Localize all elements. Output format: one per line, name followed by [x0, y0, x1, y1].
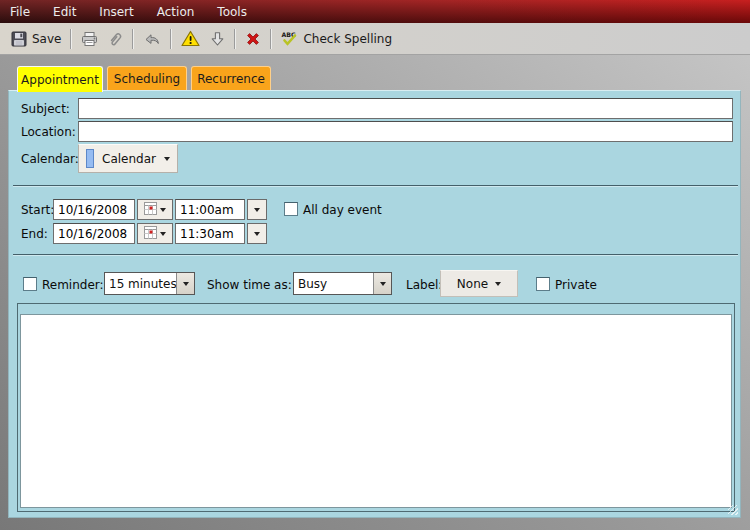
toolbar-separator	[70, 29, 72, 49]
section-separator	[13, 185, 738, 187]
toolbar: Save	[0, 23, 750, 55]
tab-recurrence-label: Recurrence	[197, 72, 265, 86]
tab-appointment[interactable]: Appointment	[17, 66, 103, 92]
subject-input[interactable]	[78, 98, 733, 119]
attach-button[interactable]	[103, 28, 128, 50]
delete-icon	[245, 31, 261, 47]
undo-button[interactable]	[138, 28, 166, 50]
chevron-down-icon	[495, 282, 501, 286]
all-day-checkbox[interactable]	[284, 202, 298, 216]
end-date-input[interactable]	[53, 223, 135, 244]
calendar-grid-icon	[144, 202, 157, 218]
chevron-down-icon	[160, 232, 166, 236]
section-separator	[13, 254, 738, 256]
start-date-picker-button[interactable]	[137, 199, 173, 220]
toolbar-separator	[132, 29, 134, 49]
show-time-as-value: Busy	[294, 277, 373, 291]
reminder-label: Reminder:	[42, 275, 104, 295]
appointment-tab-panel: Subject: Location: Calendar: Calendar St…	[8, 90, 741, 518]
attach-icon	[108, 31, 123, 47]
calendar-select-button[interactable]: Calendar	[78, 144, 178, 173]
warning-icon	[181, 30, 200, 47]
save-button-label: Save	[32, 32, 61, 46]
location-input[interactable]	[78, 121, 733, 142]
end-time-input[interactable]	[175, 223, 245, 244]
toolbar-separator	[234, 29, 236, 49]
calendar-label: Calendar:	[21, 149, 79, 169]
check-spelling-label: Check Spelling	[303, 32, 392, 46]
menu-insert[interactable]: Insert	[97, 3, 135, 21]
reminder-select[interactable]: 15 minutes	[104, 272, 195, 295]
spell-check-icon: ABC	[281, 30, 298, 47]
reminder-select-value: 15 minutes	[105, 277, 176, 291]
end-label: End:	[21, 224, 48, 244]
appointment-editor-window: File Edit Insert Action Tools Save	[0, 0, 750, 530]
chevron-down-icon	[176, 273, 194, 294]
show-time-as-label: Show time as:	[207, 275, 292, 295]
description-frame	[17, 303, 735, 512]
subject-label: Subject:	[21, 99, 70, 119]
end-time-dropdown-button[interactable]	[247, 223, 267, 244]
location-label: Location:	[21, 122, 76, 142]
chevron-down-icon	[160, 208, 166, 212]
show-time-as-select[interactable]: Busy	[293, 272, 392, 295]
chevron-down-icon	[254, 232, 260, 236]
print-button[interactable]	[76, 28, 103, 50]
label-select-button[interactable]: None	[440, 270, 518, 297]
print-icon	[81, 31, 98, 47]
all-day-label: All day event	[303, 200, 382, 220]
calendar-grid-icon	[144, 226, 157, 242]
resize-grip[interactable]	[728, 505, 738, 515]
tab-scheduling[interactable]: Scheduling	[107, 66, 187, 90]
save-button[interactable]: Save	[6, 28, 66, 50]
menu-file[interactable]: File	[8, 3, 32, 21]
menu-tools[interactable]: Tools	[215, 3, 249, 21]
calendar-select-value: Calendar	[102, 152, 156, 166]
download-arrow-icon	[210, 31, 225, 47]
menu-edit[interactable]: Edit	[51, 3, 78, 21]
delete-button[interactable]	[240, 28, 266, 50]
tab-appointment-label: Appointment	[21, 73, 99, 87]
start-time-input[interactable]	[175, 199, 245, 220]
start-date-input[interactable]	[53, 199, 135, 220]
menu-bar: File Edit Insert Action Tools	[0, 0, 750, 23]
description-textarea[interactable]	[20, 314, 732, 508]
private-checkbox[interactable]	[536, 277, 550, 291]
check-spelling-button[interactable]: ABC Check Spelling	[276, 27, 397, 50]
chevron-down-icon	[164, 157, 170, 161]
label-label: Label:	[406, 275, 442, 295]
toolbar-separator	[170, 29, 172, 49]
save-icon	[11, 31, 27, 47]
label-select-value: None	[457, 277, 488, 291]
toolbar-separator	[270, 29, 272, 49]
private-label: Private	[555, 275, 597, 295]
start-time-dropdown-button[interactable]	[247, 199, 267, 220]
tab-scheduling-label: Scheduling	[114, 72, 180, 86]
menu-action[interactable]: Action	[155, 3, 197, 21]
chevron-down-icon	[373, 273, 391, 294]
end-date-picker-button[interactable]	[137, 223, 173, 244]
chevron-down-icon	[254, 208, 260, 212]
warning-button[interactable]	[176, 27, 205, 50]
start-label: Start:	[21, 200, 54, 220]
download-arrow-button[interactable]	[205, 28, 230, 50]
reminder-checkbox[interactable]	[23, 277, 37, 291]
undo-icon	[143, 31, 161, 47]
calendar-color-swatch	[86, 149, 94, 168]
tab-recurrence[interactable]: Recurrence	[191, 66, 271, 90]
